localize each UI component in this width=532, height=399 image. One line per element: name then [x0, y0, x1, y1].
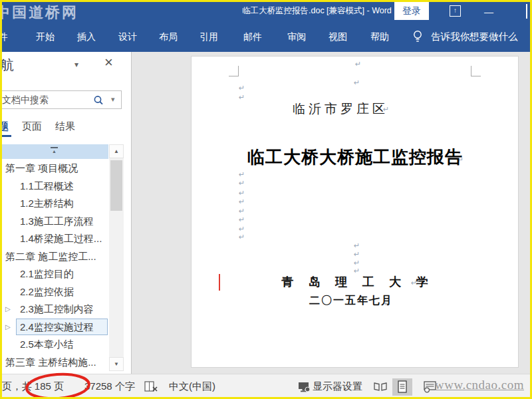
paragraph-mark-icon: ↵: [355, 61, 361, 68]
window-title: 临工大桥监控报告.doc [兼容模式] - Word: [242, 5, 392, 17]
nav-scrollbar[interactable]: ▲ ▼: [109, 144, 124, 371]
navigation-pane-title: 导航: [0, 56, 41, 76]
nav-item[interactable]: 第一章 项目概况: [0, 160, 108, 177]
nav-tab-results[interactable]: 结果: [55, 120, 75, 133]
tab-file[interactable]: 文件: [0, 21, 17, 52]
search-input[interactable]: 在文档中搜索 ▾: [0, 90, 122, 109]
ribbon-tab[interactable]: 插入: [77, 21, 96, 52]
paragraph-mark-icon: ↵: [354, 259, 360, 267]
page-count-indicator[interactable]: 第 1 页，共 185 页: [2, 380, 76, 394]
pane-close-icon[interactable]: ×: [104, 55, 113, 70]
document-page[interactable]: ↵ ↵ ↵ ↵ ↵ ↵ ↵ ↵ ↵ ↵ ↵ ↵ ↵ ↵ ↵ ↵ ↵ ↵ ↵ ↵ …: [191, 56, 519, 368]
ribbon-tab[interactable]: 审阅: [287, 21, 306, 52]
paragraph-mark-icon: ↵: [239, 190, 245, 197]
site-watermark: www.cndao.com: [435, 378, 524, 392]
nav-item[interactable]: 第三章 主桥结构施...: [0, 354, 108, 371]
collapse-headings-icon: ▲: [51, 147, 58, 155]
nav-item[interactable]: 1.4桥梁施工过程...: [0, 230, 108, 247]
lightbulb-icon: [412, 29, 423, 47]
paragraph-mark-icon: ↵: [239, 180, 245, 187]
nav-item-label: 2.3施工控制内容: [0, 303, 94, 315]
nav-item-label: 2.5本章小结: [0, 338, 74, 350]
login-button[interactable]: 登录: [394, 2, 429, 20]
nav-item[interactable]: ▷2.4监控实施过程: [0, 319, 108, 336]
navigation-pane: 导航 ▾ × 在文档中搜索 ▾ 标题 页面 结果 ▲ 第一章 项目概况1.1工程…: [0, 52, 132, 374]
doc-region-line: 临沂市罗庄区: [293, 100, 388, 118]
nav-item-label: 2.1监控目的: [0, 268, 74, 279]
brand-watermark: 中国道桥网: [0, 3, 78, 23]
doc-date-line: 二〇一五年七月: [309, 294, 393, 308]
status-bar: 第 1 页，共 185 页 37258 个字 中文(中国) 显示器设置: [0, 374, 532, 399]
nav-item-label: 第三章 主桥结构施...: [0, 356, 96, 368]
nav-item-label: 第一章 项目概况: [0, 162, 78, 174]
paragraph-mark-icon: ↵: [239, 84, 245, 92]
text-cursor: [219, 274, 220, 291]
nav-item[interactable]: 1.2主桥结构: [0, 195, 108, 212]
active-tab-underline: [0, 135, 11, 137]
search-icon[interactable]: [92, 94, 104, 109]
minimize-button[interactable]: —: [483, 9, 494, 19]
word-window: 中国道桥网 临工大桥监控报告.doc [兼容模式] - Word 登录 ↑ — …: [0, 0, 532, 399]
language-indicator[interactable]: 中文(中国): [169, 380, 215, 393]
search-placeholder: 在文档中搜索: [0, 94, 49, 106]
scroll-down-button[interactable]: ▼: [109, 357, 124, 371]
nav-item[interactable]: 第二章 施工监控工...: [0, 248, 108, 265]
nav-item-label: 2.4监控实施过程: [0, 321, 94, 332]
ribbon-display-options-icon[interactable]: ↑: [450, 5, 461, 17]
display-settings-button[interactable]: 显示器设置: [313, 380, 362, 393]
pane-options-chevron-icon[interactable]: ▾: [74, 60, 78, 69]
scroll-up-button[interactable]: ▲: [109, 144, 124, 158]
paragraph-mark-icon: ↵: [239, 225, 245, 233]
nav-item[interactable]: 1.1工程概述: [0, 178, 108, 195]
ribbon-tab-bar: 文件 开始插入设计布局引用邮件审阅视图帮助 告诉我你想要做什么: [0, 21, 532, 52]
up-arrow-icon: ↑: [454, 7, 457, 14]
nav-item-label: 1.3施工工序流程: [0, 215, 94, 227]
ribbon-tab[interactable]: 设计: [118, 21, 137, 52]
proofing-error-icon[interactable]: [144, 380, 158, 396]
nav-item[interactable]: ▷2.3施工控制内容: [0, 301, 108, 318]
tell-me-box[interactable]: 告诉我你想要做什么: [431, 21, 518, 52]
nav-item[interactable]: 2.2监控依据: [0, 283, 108, 301]
title-bar: 中国道桥网 临工大桥监控报告.doc [兼容模式] - Word 登录 ↑ —: [0, 0, 532, 21]
ribbon-tab[interactable]: 帮助: [370, 21, 389, 52]
nav-item[interactable]: 2.5本章小结: [0, 336, 108, 353]
nav-item-label: 1.1工程概述: [0, 180, 74, 192]
read-mode-button[interactable]: [373, 381, 388, 395]
paragraph-mark-icon: ↵: [239, 94, 245, 101]
text-boundary-corner-icon: [471, 66, 481, 76]
nav-item-label: 1.4桥梁施工过程...: [0, 233, 102, 244]
display-settings-icon[interactable]: [298, 382, 311, 396]
ribbon-tab[interactable]: 视图: [329, 21, 347, 52]
paragraph-mark-icon: ↵: [239, 198, 245, 205]
nav-tab-headings[interactable]: 标题: [0, 120, 15, 135]
print-layout-button[interactable]: [392, 378, 412, 396]
paragraph-mark-icon: ↵: [239, 233, 245, 241]
nav-item-label: 第二章 施工监控工...: [0, 251, 96, 262]
nav-item[interactable]: 1.3施工工序流程: [0, 213, 108, 230]
paragraph-mark-icon: ↵: [239, 207, 245, 215]
text-boundary-corner-icon: [229, 66, 239, 76]
doc-organization: 青 岛 理 工 大 学: [281, 274, 434, 290]
nav-tab-pages[interactable]: 页面: [22, 120, 42, 133]
nav-tree-header-bar[interactable]: ▲: [0, 144, 108, 159]
paragraph-mark-icon: ↵: [354, 251, 360, 258]
word-count-indicator[interactable]: 37258 个字: [84, 380, 135, 393]
ribbon-tab[interactable]: 邮件: [243, 21, 262, 52]
nav-item-label: 2.2监控依据: [0, 286, 74, 297]
ribbon-tab[interactable]: 引用: [200, 21, 218, 52]
doc-main-title: 临工大桥大桥施工监控报告: [247, 146, 463, 169]
nav-item[interactable]: 2.1监控目的: [0, 265, 108, 283]
paragraph-mark-icon: ↵: [354, 79, 360, 86]
nav-item-label: 1.2主桥结构: [0, 198, 74, 209]
paragraph-mark-icon: ↵: [239, 216, 245, 223]
window-button-edge: [526, 4, 527, 19]
search-dropdown-icon[interactable]: ▾: [111, 95, 115, 104]
paragraph-mark-icon: ↵: [239, 171, 245, 178]
ribbon-tab[interactable]: 布局: [159, 21, 178, 52]
ribbon-tab[interactable]: 开始: [36, 21, 55, 52]
paragraph-mark-icon: ↵: [354, 242, 360, 249]
scrollbar-thumb[interactable]: [110, 160, 122, 211]
